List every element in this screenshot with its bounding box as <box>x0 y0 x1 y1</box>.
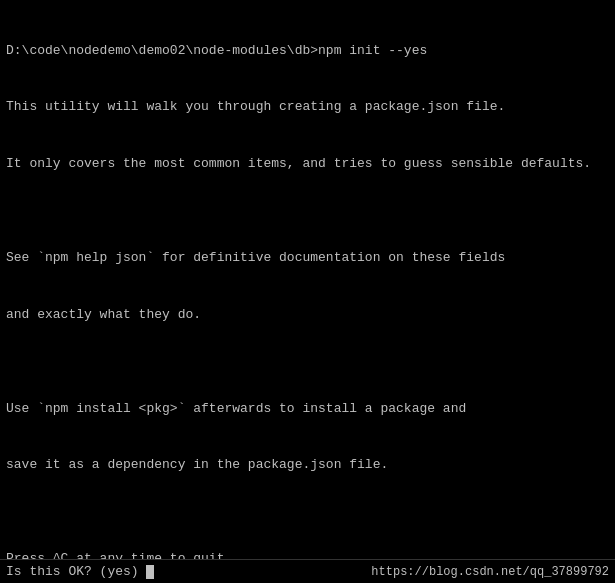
bottom-bar: Is this OK? (yes) https://blog.csdn.net/… <box>0 559 615 583</box>
terminal-window: D:\code\nodedemo\demo02\node-modules\db>… <box>0 0 615 583</box>
url-label: https://blog.csdn.net/qq_37899792 <box>371 565 609 579</box>
cursor-icon <box>146 565 154 579</box>
prompt-text[interactable]: Is this OK? (yes) <box>6 564 154 579</box>
line-1: D:\code\nodedemo\demo02\node-modules\db>… <box>6 42 609 61</box>
line-5: See `npm help json` for definitive docum… <box>6 249 609 268</box>
terminal-output: D:\code\nodedemo\demo02\node-modules\db>… <box>6 4 609 583</box>
line-8: Use `npm install <pkg>` afterwards to in… <box>6 400 609 419</box>
prompt-label: Is this OK? (yes) <box>6 564 139 579</box>
line-2: This utility will walk you through creat… <box>6 98 609 117</box>
line-3: It only covers the most common items, an… <box>6 155 609 174</box>
line-6: and exactly what they do. <box>6 306 609 325</box>
line-9: save it as a dependency in the package.j… <box>6 456 609 475</box>
